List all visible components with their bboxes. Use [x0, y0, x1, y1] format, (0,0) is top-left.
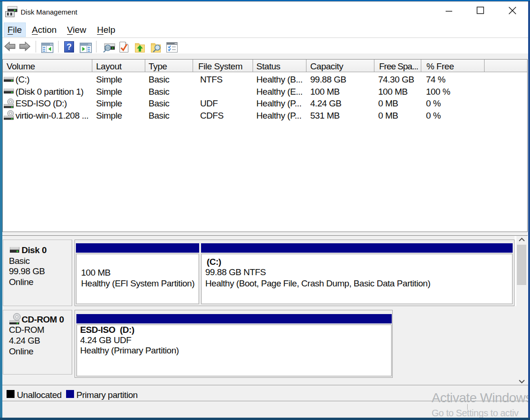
svg-text:?: ? [67, 42, 72, 52]
